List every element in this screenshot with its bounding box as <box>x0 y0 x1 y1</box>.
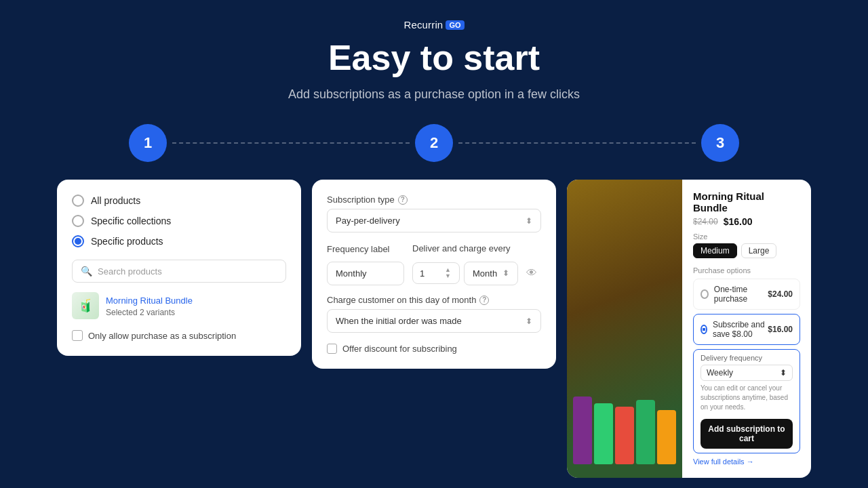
subscribe-label: Subscribe and save $8.00 <box>713 320 768 339</box>
offer-discount-label: Offer discount for subscribing <box>342 344 457 354</box>
card-preview: Morning Ritual Bundle $24.00 $16.00 Size… <box>567 180 811 478</box>
subscribe-price: $16.00 <box>768 325 793 334</box>
deliver-charge-col: Deliver and charge every 1 ▲ ▼ Month ⬍ <box>412 243 541 285</box>
radio-label-collections: Specific collections <box>91 216 171 226</box>
search-icon: 🔍 <box>81 266 92 277</box>
one-time-price: $24.00 <box>768 289 793 299</box>
bottle-3 <box>615 407 634 464</box>
product-row: 🧃 Morning Ritual Bundle Selected 2 varia… <box>72 292 286 319</box>
radio-specific-products[interactable]: Specific products <box>72 235 286 247</box>
bottles <box>573 186 676 471</box>
product-link[interactable]: Morning Ritual Bundle <box>106 296 193 306</box>
radio-outer-collections <box>72 215 84 227</box>
radio-outer-all <box>72 195 84 207</box>
radio-inner-products <box>75 238 81 245</box>
frequency-label-input[interactable]: Monthly <box>327 262 404 285</box>
bottle-2 <box>594 403 613 464</box>
one-time-left: One-time purchase <box>701 285 768 304</box>
subscribe-radio <box>701 325 707 334</box>
variant-text: Selected 2 variants <box>106 308 193 317</box>
subscription-type-select[interactable]: Pay-per-delivery ⬍ <box>327 209 541 232</box>
logo-text: Recurrin <box>403 19 443 30</box>
step-1: 1 <box>129 124 167 162</box>
arrow-right-icon: → <box>747 458 754 466</box>
product-info: Morning Ritual Bundle Selected 2 variant… <box>106 294 193 317</box>
step-3: 3 <box>701 124 739 162</box>
only-subscription-label: Only allow purchase as a subscription <box>88 331 236 341</box>
subscribe-left: Subscribe and save $8.00 <box>701 320 768 339</box>
charge-day-help-icon[interactable]: ? <box>479 296 489 305</box>
step-dash-1 <box>167 142 415 144</box>
search-box[interactable]: 🔍 Search products <box>72 260 286 283</box>
product-image <box>567 180 682 478</box>
price-row: $24.00 $16.00 <box>693 216 800 227</box>
subscription-type-label: Subscription type ? <box>327 195 541 205</box>
charge-day-section: Charge customer on this day of month ? W… <box>327 295 541 333</box>
delivery-note: You can edit or cancel your subscription… <box>701 384 793 412</box>
only-subscription-checkbox[interactable] <box>72 330 83 341</box>
delivery-frequency-section: Delivery frequency Weekly ⬍ You can edit… <box>693 349 800 453</box>
only-subscription-row[interactable]: Only allow purchase as a subscription <box>72 330 286 341</box>
logo-badge: GO <box>446 20 464 30</box>
offer-discount-row[interactable]: Offer discount for subscribing <box>327 344 541 354</box>
radio-outer-products <box>72 235 84 247</box>
search-placeholder: Search products <box>98 266 162 277</box>
period-arrow-icon: ⬍ <box>502 268 509 278</box>
view-full-link[interactable]: View full details → <box>693 458 754 466</box>
sale-price: $16.00 <box>724 216 753 227</box>
product-filter-group: All products Specific collections Specif… <box>72 195 286 247</box>
page-subtitle: Add subscriptions as a purchase option i… <box>288 85 580 104</box>
header: Recurrin GO Easy to start Add subscripti… <box>288 0 580 124</box>
logo: Recurrin GO <box>403 19 464 30</box>
size-medium-button[interactable]: Medium <box>693 243 737 258</box>
stepper-buttons: ▲ ▼ <box>443 267 452 279</box>
radio-specific-collections[interactable]: Specific collections <box>72 215 286 227</box>
deliver-number-input[interactable]: 1 ▲ ▼ <box>412 262 460 284</box>
radio-all-products[interactable]: All products <box>72 195 286 207</box>
add-to-cart-button[interactable]: Add subscription to cart <box>701 419 793 449</box>
radio-label-products: Specific products <box>91 236 163 247</box>
charge-day-arrow-icon: ⬍ <box>526 317 532 326</box>
charge-day-select[interactable]: When the initial order was made ⬍ <box>327 309 541 333</box>
delivery-freq-select[interactable]: Weekly ⬍ <box>701 365 793 381</box>
size-buttons: Medium Large <box>693 243 800 258</box>
frequency-row: Frequency label Monthly Deliver and char… <box>327 243 541 285</box>
subscription-type-help-icon[interactable]: ? <box>398 195 408 205</box>
product-details: Morning Ritual Bundle $24.00 $16.00 Size… <box>682 180 811 478</box>
one-time-purchase-option[interactable]: One-time purchase $24.00 <box>693 279 800 310</box>
steps-row: 1 2 3 <box>129 124 739 162</box>
original-price: $24.00 <box>693 217 718 226</box>
card-settings: Subscription type ? Pay-per-delivery ⬍ F… <box>312 180 556 369</box>
subscription-type-section: Subscription type ? Pay-per-delivery ⬍ <box>327 195 541 232</box>
offer-discount-checkbox[interactable] <box>327 344 337 354</box>
step-2: 2 <box>415 124 453 162</box>
one-time-label: One-time purchase <box>714 285 768 304</box>
radio-label-all: All products <box>91 195 140 206</box>
size-large-button[interactable]: Large <box>741 243 777 258</box>
bottle-1 <box>573 396 592 464</box>
select-arrow-icon: ⬍ <box>526 216 532 226</box>
deliver-charge-label: Deliver and charge every <box>412 243 541 253</box>
bottle-5 <box>657 410 676 464</box>
product-title: Morning Ritual Bundle <box>693 190 800 214</box>
frequency-label-label: Frequency label <box>327 244 404 254</box>
bottle-4 <box>636 400 655 464</box>
page-title: Easy to start <box>328 39 540 77</box>
delivery-freq-label: Delivery frequency <box>701 354 793 362</box>
product-thumbnail: 🧃 <box>72 292 99 319</box>
one-time-radio <box>701 289 709 299</box>
purchase-options-label: Purchase options <box>693 266 800 274</box>
size-label: Size <box>693 232 800 241</box>
card-products: All products Specific collections Specif… <box>57 180 301 356</box>
subscribe-option[interactable]: Subscribe and save $8.00 $16.00 <box>693 314 800 345</box>
deliver-period-select[interactable]: Month ⬍ <box>464 262 518 285</box>
charge-day-label: Charge customer on this day of month ? <box>327 295 541 305</box>
cards-row: All products Specific collections Specif… <box>41 180 827 478</box>
frequency-label-col: Frequency label Monthly <box>327 244 404 285</box>
eye-icon[interactable]: 👁 <box>522 261 541 285</box>
step-dash-2 <box>453 142 701 144</box>
stepper-down-button[interactable]: ▼ <box>443 273 452 279</box>
df-arrow-icon: ⬍ <box>780 368 787 378</box>
